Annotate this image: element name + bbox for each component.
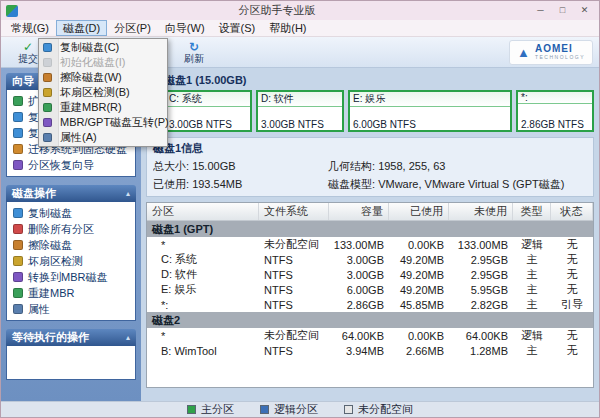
disk-geometry-label: 几何结构: — [328, 160, 375, 172]
wizard-migrate-icon — [13, 144, 23, 154]
table-cell: 49.20MB — [389, 282, 449, 297]
copy-disk-icon — [43, 43, 52, 52]
column-header[interactable]: 分区 — [147, 203, 259, 220]
table-cell: 无 — [551, 267, 593, 282]
partition-size: 3.00GB NTFS — [166, 119, 250, 130]
menu-option-properties[interactable]: 属性(A) — [39, 130, 167, 145]
menu-option-init-disk: 初始化磁盘(I) — [39, 55, 167, 70]
menu-item-wizard[interactable]: 向导(W) — [158, 20, 212, 36]
legend-bar: 主分区逻辑分区未分配空间 — [1, 401, 599, 417]
table-cell: * — [147, 237, 259, 252]
table-row[interactable]: *未分配空间64.00KB0.00KB64.00KB逻辑无 — [147, 328, 593, 343]
table-cell: 2.95GB — [449, 252, 513, 267]
wipe-disk-icon — [13, 240, 23, 250]
disk-group-row[interactable]: 磁盘1 (GPT) — [147, 221, 593, 237]
refresh-button[interactable]: ↻ 刷新 — [173, 38, 215, 67]
sidebar-section-pending: 等待执行的操作 ▴ — [6, 329, 136, 380]
sidebar-item-rebuild-mbr[interactable]: 重建MBR — [9, 285, 133, 301]
partition-bar: *:133.00MBC: 系统3.00GB NTFSD: 软件3.00GB NT… — [146, 90, 594, 132]
column-header[interactable]: 文件系统 — [259, 203, 329, 220]
sidebar-item-copy-disk[interactable]: 复制磁盘 — [9, 205, 133, 221]
menu-option-copy-disk[interactable]: 复制磁盘(C) — [39, 40, 167, 55]
table-row[interactable]: *:NTFS2.86GB45.85MB2.82GB主引导 — [147, 297, 593, 312]
table-cell: 3.94MB — [329, 343, 389, 358]
wipe-disk-icon — [43, 73, 52, 82]
menu-option-label: 重建MBR(R) — [58, 100, 122, 115]
menu-item-settings[interactable]: 设置(S) — [212, 20, 263, 36]
table-cell: 逻辑 — [513, 328, 551, 343]
partition-size: 2.86GB NTFS — [518, 119, 592, 130]
window-controls: ─ □ ✕ — [531, 4, 594, 18]
table-cell: C: 系统 — [147, 252, 259, 267]
pending-ops-section-header[interactable]: 等待执行的操作 ▴ — [6, 329, 136, 346]
menubar: 常规(G)磁盘(D)分区(P)向导(W)设置(S)帮助(H) — [1, 20, 599, 37]
table-cell: * — [147, 328, 259, 343]
table-cell: 0.00KB — [389, 328, 449, 343]
wizard-copy-part-icon — [13, 128, 23, 138]
bad-sector-icon — [43, 88, 52, 97]
partition-label: C: 系统 — [166, 92, 250, 107]
partition-block[interactable]: D: 软件3.00GB NTFS — [256, 90, 344, 132]
sidebar-item-properties[interactable]: 属性 — [9, 301, 133, 317]
table-cell: 64.00KB — [449, 328, 513, 343]
disk-ops-section-header[interactable]: 磁盘操作 ▴ — [6, 185, 136, 202]
menu-item-help[interactable]: 帮助(H) — [262, 20, 313, 36]
menu-option-convert-mbr-gpt[interactable]: MBR/GPT磁盘互转(P) — [39, 115, 167, 130]
partition-block[interactable]: *:2.86GB NTFS — [516, 90, 594, 132]
table-cell: 3.00GB — [329, 252, 389, 267]
partition-block[interactable]: C: 系统3.00GB NTFS — [164, 90, 252, 132]
table-row[interactable]: *未分配空间133.00MB0.00KB133.00MB逻辑无 — [147, 237, 593, 252]
disk-info-title: 磁盘1信息 — [153, 141, 587, 156]
maximize-button-icon[interactable]: □ — [553, 4, 572, 18]
table-cell: 主 — [513, 297, 551, 312]
column-header[interactable]: 类型 — [513, 203, 551, 220]
sidebar-item-bad-sector-test[interactable]: 坏扇区检测 — [9, 253, 133, 269]
disk-geometry-value: 1958, 255, 63 — [378, 160, 445, 172]
wizard-extend-icon — [13, 96, 23, 106]
menu-option-bad-sector-test[interactable]: 坏扇区检测(B) — [39, 85, 167, 100]
minimize-button-icon[interactable]: ─ — [531, 4, 550, 18]
disk-ops-list: 复制磁盘删除所有分区擦除磁盘坏扇区检测转换到MBR磁盘重建MBR属性 — [6, 202, 136, 321]
sidebar-item-label: 坏扇区检测 — [28, 254, 83, 269]
table-cell: 6.00GB — [329, 282, 389, 297]
disk-total-value: 15.00GB — [192, 160, 235, 172]
menu-option-label: 复制磁盘(C) — [58, 40, 119, 55]
app-window: 分区助手专业版 ─ □ ✕ 常规(G)磁盘(D)分区(P)向导(W)设置(S)帮… — [0, 0, 600, 418]
legend-label: 未分配空间 — [358, 402, 413, 417]
partition-table: 分区文件系统容量已使用未使用类型状态 磁盘1 (GPT)*未分配空间133.00… — [146, 202, 594, 388]
table-cell: 2.82GB — [449, 297, 513, 312]
table-row[interactable]: E: 娱乐NTFS6.00GB49.20MB5.95GB主无 — [147, 282, 593, 297]
menu-item-disk[interactable]: 磁盘(D) — [56, 20, 107, 36]
sidebar-item-convert-to-mbr[interactable]: 转换到MBR磁盘 — [9, 269, 133, 285]
table-cell: NTFS — [259, 282, 329, 297]
close-button-icon[interactable]: ✕ — [575, 4, 594, 18]
column-header[interactable]: 状态 — [551, 203, 593, 220]
menu-option-wipe-disk[interactable]: 擦除磁盘(W) — [39, 70, 167, 85]
table-row[interactable]: C: 系统NTFS3.00GB49.20MB2.95GB主无 — [147, 252, 593, 267]
table-cell: 主 — [513, 282, 551, 297]
table-cell: 主 — [513, 343, 551, 358]
table-cell: NTFS — [259, 343, 329, 358]
disk-dropdown-menu: 复制磁盘(C)初始化磁盘(I)擦除磁盘(W)坏扇区检测(B)重建MBR(R)MB… — [38, 38, 168, 147]
sidebar-item-partition-recovery-wizard[interactable]: 分区恢复向导 — [9, 157, 133, 173]
copy-disk-icon — [13, 208, 23, 218]
sidebar-item-wipe-disk[interactable]: 擦除磁盘 — [9, 237, 133, 253]
disk-used-label: 已使用: — [153, 178, 189, 190]
sidebar-item-delete-all-partitions[interactable]: 删除所有分区 — [9, 221, 133, 237]
table-row[interactable]: B: WimToolNTFS3.94MB2.66MB1.28MB主无 — [147, 343, 593, 358]
column-header[interactable]: 已使用 — [389, 203, 449, 220]
table-cell: B: WimTool — [147, 343, 259, 358]
sidebar-section-disk-ops: 磁盘操作 ▴ 复制磁盘删除所有分区擦除磁盘坏扇区检测转换到MBR磁盘重建MBR属… — [6, 185, 136, 321]
table-row[interactable]: D: 软件NTFS3.00GB49.20MB2.95GB主无 — [147, 267, 593, 282]
menu-option-rebuild-mbr[interactable]: 重建MBR(R) — [39, 100, 167, 115]
partition-block[interactable]: E: 娱乐6.00GB NTFS — [348, 90, 512, 132]
menu-item-general[interactable]: 常规(G) — [4, 20, 56, 36]
disk-group-row[interactable]: 磁盘2 — [147, 312, 593, 328]
menu-item-partition[interactable]: 分区(P) — [107, 20, 158, 36]
column-header[interactable]: 未使用 — [449, 203, 513, 220]
partition-size: 6.00GB NTFS — [350, 119, 510, 130]
main-panel: 磁盘1 (15.00GB) *:133.00MBC: 系统3.00GB NTFS… — [141, 68, 599, 401]
column-header[interactable]: 容量 — [329, 203, 389, 220]
sidebar-item-label: 属性 — [28, 302, 50, 317]
menu-option-label: MBR/GPT磁盘互转(P) — [58, 115, 169, 130]
